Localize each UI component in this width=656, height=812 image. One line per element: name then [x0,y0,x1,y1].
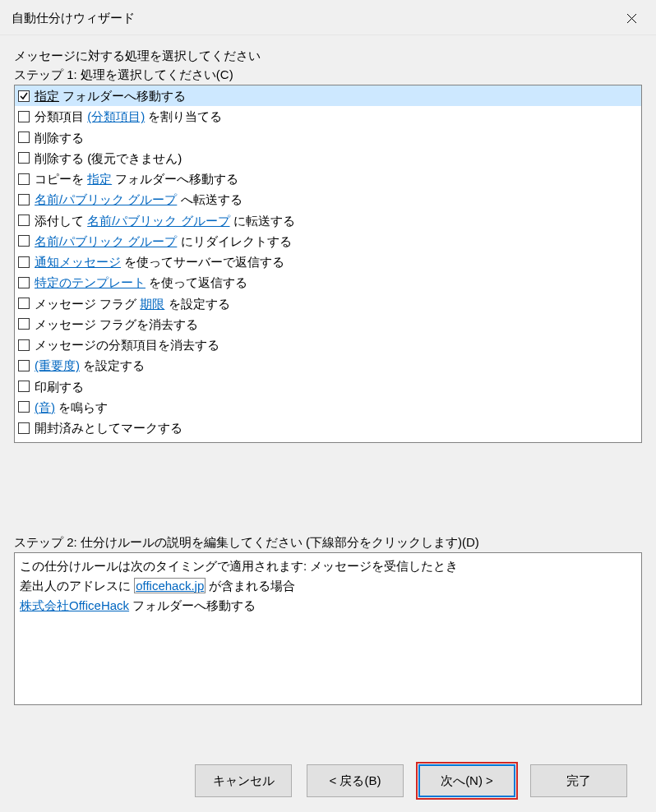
button-row: キャンセル < 戻る(B) 次へ(N) > 完了 [14,764,642,812]
action-label: (音) を鳴らす [35,398,108,417]
action-text: 分類項目 [35,109,87,123]
action-text: に転送する [230,214,295,228]
action-row[interactable]: メッセージ フラグを消去する [15,314,641,334]
action-param-link[interactable]: 指定 [35,89,59,103]
action-text: メッセージ フラグ [35,297,140,311]
action-checkbox[interactable] [18,318,30,330]
close-icon [626,13,637,24]
action-label: 指定 フォルダーへ移動する [35,86,186,105]
action-checkbox[interactable] [18,422,30,434]
action-row[interactable]: (重要度) を設定する [15,355,641,376]
action-checkbox[interactable] [18,298,30,309]
rule-description-box[interactable]: この仕分けルールは次のタイミングで適用されます: メッセージを受信したとき 差出… [14,552,642,705]
action-text: を割り当てる [145,109,222,123]
action-row[interactable]: (音) を鳴らす [15,397,641,418]
step2-label: ステップ 2: 仕分けルールの説明を編集してください (下線部分をクリックします… [14,535,642,551]
action-param-link[interactable]: 指定 [87,172,112,186]
action-param-link[interactable]: 名前/パブリック グループ [35,234,177,248]
action-text: コピーを [35,172,87,186]
action-text: 削除する [35,131,84,145]
action-param-link[interactable]: 名前/パブリック グループ [35,192,177,206]
action-text: へ転送する [177,192,242,206]
action-row[interactable]: 特定のテンプレート を使って返信する [15,272,641,293]
content-area: メッセージに対する処理を選択してください ステップ 1: 処理を選択してください… [0,35,656,812]
action-label: 添付して 名前/パブリック グループ に転送する [35,211,295,230]
action-row[interactable]: 仕分けルールの処理を中止する [15,438,641,443]
action-checkbox[interactable] [18,360,30,371]
action-text: を使って返信する [146,275,247,289]
action-label: (重要度) を設定する [35,356,145,375]
action-text: フォルダーへ移動する [112,172,238,186]
action-row[interactable]: メッセージ フラグ 期限 を設定する [15,293,641,314]
action-row[interactable]: 削除する [15,127,641,148]
action-label: 特定のテンプレート を使って返信する [35,273,247,292]
action-row[interactable]: 指定 フォルダーへ移動する [15,85,641,106]
action-checkbox[interactable] [18,173,30,185]
action-checkbox[interactable] [18,194,30,205]
cancel-button[interactable]: キャンセル [195,764,292,797]
action-checkbox[interactable] [18,90,30,102]
action-label: メッセージ フラグ 期限 を設定する [35,294,230,313]
desc-line-2: 差出人のアドレスに officehack.jp が含まれる場合 [20,576,636,596]
action-row[interactable]: 削除する (復元できません) [15,148,641,168]
action-label: メッセージ フラグを消去する [35,315,198,334]
action-label: 仕分けルールの処理を中止する [35,439,207,443]
action-text: 仕分けルールの処理を中止する [35,441,207,443]
action-param-link[interactable]: (分類項目) [87,109,145,123]
action-label: 印刷する [35,377,84,396]
step1-label: ステップ 1: 処理を選択してください(C) [14,67,642,83]
desc-text: が含まれる場合 [206,579,295,593]
action-checkbox[interactable] [18,215,30,226]
action-text: 添付して [35,214,87,228]
action-label: 名前/パブリック グループ にリダイレクトする [35,232,292,251]
action-row[interactable]: メッセージの分類項目を消去する [15,334,641,355]
action-row[interactable]: 通知メッセージ を使ってサーバーで返信する [15,251,641,272]
action-text: を設定する [80,358,145,372]
action-label: メッセージの分類項目を消去する [35,335,219,354]
page-heading: メッセージに対する処理を選択してください [14,48,642,64]
finish-button[interactable]: 完了 [530,764,627,797]
action-param-link[interactable]: 期限 [140,297,164,311]
action-param-link[interactable]: 通知メッセージ [35,255,121,269]
action-checkbox[interactable] [18,111,30,122]
action-text: 開封済みとしてマークする [35,421,182,435]
actions-listbox[interactable]: 指定 フォルダーへ移動する分類項目 (分類項目) を割り当てる削除する削除する … [14,85,642,443]
close-button[interactable] [617,7,646,30]
action-label: 削除する (復元できません) [35,149,182,168]
action-text: にリダイレクトする [177,234,291,248]
action-param-link[interactable]: (音) [35,400,55,414]
action-checkbox[interactable] [18,235,30,247]
desc-sender-link[interactable]: officehack.jp [134,578,206,593]
action-row[interactable]: コピーを 指定 フォルダーへ移動する [15,168,641,189]
action-param-link[interactable]: 特定のテンプレート [35,275,146,289]
action-row[interactable]: 印刷する [15,376,641,397]
desc-line-3: 株式会社OfficeHack フォルダーへ移動する [20,596,636,616]
action-row[interactable]: 名前/パブリック グループ へ転送する [15,189,641,210]
action-checkbox[interactable] [18,277,30,288]
desc-text: 差出人のアドレスに [20,579,134,593]
action-checkbox[interactable] [18,152,30,164]
desc-folder-link[interactable]: 株式会社OfficeHack [20,598,129,612]
action-checkbox[interactable] [18,401,30,413]
action-checkbox[interactable] [18,381,30,392]
action-label: 開封済みとしてマークする [35,418,182,437]
titlebar: 自動仕分けウィザード [0,0,656,35]
action-checkbox[interactable] [18,131,30,143]
action-checkbox[interactable] [18,256,30,268]
action-text: メッセージの分類項目を消去する [35,338,219,352]
action-row[interactable]: 名前/パブリック グループ にリダイレクトする [15,231,641,251]
wizard-window: 自動仕分けウィザード メッセージに対する処理を選択してください ステップ 1: … [0,0,656,812]
action-row[interactable]: 添付して 名前/パブリック グループ に転送する [15,210,641,231]
action-text: を設定する [164,297,229,311]
action-row[interactable]: 分類項目 (分類項目) を割り当てる [15,106,641,127]
back-button[interactable]: < 戻る(B) [307,764,404,797]
action-text: を鳴らす [55,400,108,414]
window-title: 自動仕分けウィザード [12,11,135,26]
action-label: 分類項目 (分類項目) を割り当てる [35,107,222,126]
action-param-link[interactable]: (重要度) [35,358,80,372]
next-button[interactable]: 次へ(N) > [418,764,515,797]
action-row[interactable]: 開封済みとしてマークする [15,418,641,438]
action-checkbox[interactable] [18,339,30,351]
desc-text: フォルダーへ移動する [129,598,256,612]
action-param-link[interactable]: 名前/パブリック グループ [87,214,229,228]
